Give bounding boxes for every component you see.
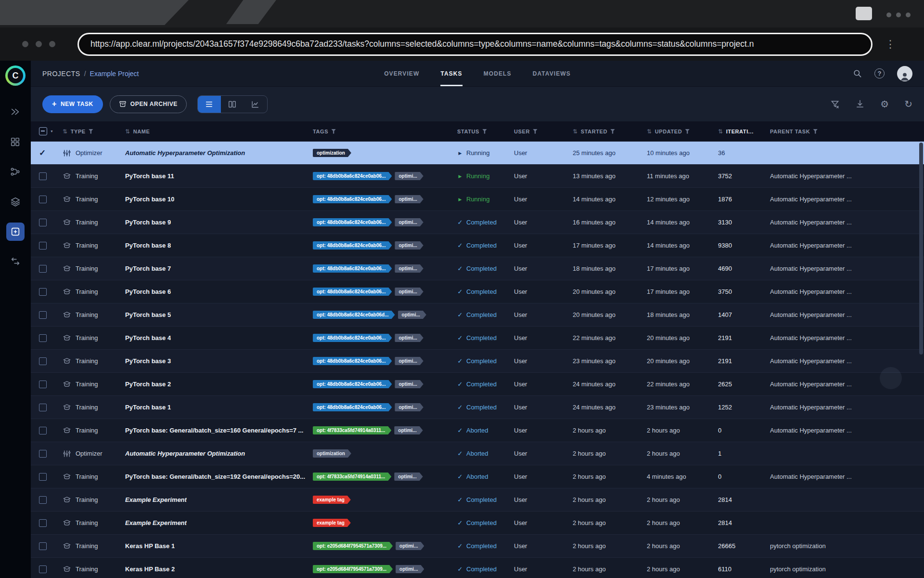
tab-models[interactable]: MODELS bbox=[484, 61, 512, 86]
sort-icon[interactable]: ⇅ bbox=[573, 128, 578, 135]
task-name[interactable]: Keras HP Base 1 bbox=[125, 542, 175, 550]
settings-gear-icon[interactable]: ⚙ bbox=[880, 99, 889, 109]
column-header-name[interactable]: ⇅ NAME bbox=[125, 128, 313, 135]
row-checkbox[interactable] bbox=[39, 519, 47, 527]
sort-icon[interactable]: ⇅ bbox=[647, 128, 652, 135]
filter-funnel-icon[interactable] bbox=[813, 129, 818, 134]
row-checkbox[interactable] bbox=[39, 542, 47, 550]
filter-funnel-icon[interactable] bbox=[331, 129, 336, 134]
breadcrumb-projects[interactable]: PROJECTS bbox=[42, 70, 80, 78]
sort-icon[interactable]: ⇅ bbox=[718, 128, 723, 135]
sidebar-item-datasets[interactable] bbox=[6, 133, 25, 151]
table-row[interactable]: ✓ Training PyTorch base 4 opt: 48db0b8a6… bbox=[31, 327, 924, 350]
task-name[interactable]: Automatic Hyperparameter Optimization bbox=[125, 149, 245, 157]
row-checkbox[interactable] bbox=[39, 565, 47, 573]
task-name[interactable]: Automatic Hyperparameter Optimization bbox=[125, 450, 245, 457]
task-name[interactable]: PyTorch base 7 bbox=[125, 265, 171, 272]
table-row[interactable]: ✓ Training PyTorch base 5 opt: 48db0b8a6… bbox=[31, 303, 924, 327]
task-name[interactable]: Example Experiment bbox=[125, 519, 187, 526]
task-name[interactable]: Example Experiment bbox=[125, 496, 187, 503]
table-view-button[interactable] bbox=[198, 96, 221, 113]
column-header-status[interactable]: STATUS bbox=[457, 129, 514, 134]
task-name[interactable]: PyTorch base 4 bbox=[125, 334, 171, 342]
table-row[interactable]: ✓ Training Keras HP Base 1 opt: e205d684… bbox=[31, 535, 924, 558]
task-name[interactable]: PyTorch base: General/batch_size=192 Gen… bbox=[125, 473, 305, 480]
task-name-cell[interactable]: Keras HP Base 1 bbox=[125, 542, 313, 550]
table-row[interactable]: ✓ Training PyTorch base 1 opt: 48db0b8a6… bbox=[31, 396, 924, 419]
column-header-iteration[interactable]: ⇅ ITERATI... bbox=[718, 128, 770, 135]
task-name[interactable]: PyTorch base 8 bbox=[125, 242, 171, 249]
filter-funnel-icon[interactable] bbox=[685, 129, 690, 134]
column-header-parent-task[interactable]: PARENT TASK bbox=[770, 129, 924, 134]
select-dropdown-caret-icon[interactable]: ▼ bbox=[50, 130, 54, 133]
column-header-type[interactable]: ⇅ TYPE bbox=[63, 128, 125, 135]
row-checkbox[interactable] bbox=[39, 450, 47, 458]
filter-funnel-icon[interactable] bbox=[610, 129, 615, 134]
column-header-user[interactable]: USER bbox=[514, 129, 573, 134]
row-checkbox[interactable] bbox=[39, 381, 47, 388]
row-checkbox[interactable] bbox=[39, 172, 47, 180]
auto-refresh-icon[interactable]: ↻ bbox=[904, 99, 912, 109]
url-bar[interactable]: https://app.clear.ml/projects/2043a1657f… bbox=[77, 33, 873, 56]
row-checkbox[interactable] bbox=[39, 196, 47, 203]
table-row[interactable]: ✓ Training PyTorch base: General/batch_s… bbox=[31, 465, 924, 488]
row-checkbox[interactable] bbox=[39, 404, 47, 411]
select-all-checkbox[interactable] bbox=[39, 127, 47, 135]
table-row[interactable]: ✓ Training PyTorch base 8 opt: 48db0b8a6… bbox=[31, 234, 924, 257]
task-name[interactable]: PyTorch base 11 bbox=[125, 172, 174, 180]
window-menu-dots-icon[interactable] bbox=[886, 13, 911, 17]
filter-funnel-icon[interactable] bbox=[533, 129, 538, 134]
compare-view-button[interactable] bbox=[244, 96, 267, 113]
row-checkbox[interactable] bbox=[39, 219, 47, 226]
row-checkbox[interactable] bbox=[39, 242, 47, 250]
tab-tasks[interactable]: TASKS bbox=[440, 61, 462, 86]
search-icon[interactable] bbox=[853, 69, 862, 78]
task-name-cell[interactable]: Automatic Hyperparameter Optimization bbox=[125, 450, 313, 457]
row-checkbox[interactable] bbox=[39, 473, 47, 481]
task-name-cell[interactable]: PyTorch base 2 bbox=[125, 381, 313, 388]
task-name[interactable]: Keras HP Base 2 bbox=[125, 565, 175, 573]
tab-dataviews[interactable]: DATAVIEWS bbox=[533, 61, 571, 86]
table-row[interactable]: ✓ Training PyTorch base 9 opt: 48db0b8a6… bbox=[31, 211, 924, 234]
breadcrumb-current-project[interactable]: Example Project bbox=[90, 70, 139, 78]
table-row[interactable]: ✓ Training PyTorch base 11 opt: 48db0b8a… bbox=[31, 165, 924, 188]
task-name-cell[interactable]: PyTorch base 1 bbox=[125, 404, 313, 411]
row-checkbox[interactable] bbox=[39, 265, 47, 273]
clear-filters-icon[interactable] bbox=[830, 99, 840, 109]
table-row[interactable]: ✓ Training PyTorch base: General/batch_s… bbox=[31, 419, 924, 442]
window-button[interactable] bbox=[856, 7, 872, 20]
task-name-cell[interactable]: PyTorch base 4 bbox=[125, 334, 313, 342]
task-name-cell[interactable]: PyTorch base 10 bbox=[125, 196, 313, 203]
task-name-cell[interactable]: PyTorch base: General/batch_size=160 Gen… bbox=[125, 427, 313, 434]
task-name[interactable]: PyTorch base 10 bbox=[125, 196, 174, 203]
table-row[interactable]: ✓ Training PyTorch base 3 opt: 48db0b8a6… bbox=[31, 350, 924, 373]
task-name-cell[interactable]: PyTorch base 7 bbox=[125, 265, 313, 272]
vertical-scrollbar[interactable] bbox=[918, 142, 923, 576]
task-name-cell[interactable]: PyTorch base 9 bbox=[125, 219, 313, 226]
task-name-cell[interactable]: PyTorch base 11 bbox=[125, 172, 313, 180]
task-name-cell[interactable]: Example Experiment bbox=[125, 496, 313, 503]
sidebar-item-pipelines[interactable] bbox=[6, 163, 25, 181]
table-row[interactable]: ✓ Optimizer Automatic Hyperparameter Opt… bbox=[31, 442, 924, 465]
sidebar-item-projects[interactable] bbox=[6, 103, 25, 121]
table-row[interactable]: ✓ Training PyTorch base 10 opt: 48db0b8a… bbox=[31, 188, 924, 211]
row-checkbox[interactable] bbox=[39, 311, 47, 319]
help-icon[interactable]: ? bbox=[874, 68, 885, 79]
task-name[interactable]: PyTorch base 3 bbox=[125, 357, 171, 365]
clearml-logo[interactable]: C bbox=[5, 66, 26, 86]
sort-icon[interactable]: ⇅ bbox=[125, 128, 130, 135]
table-row[interactable]: ✓ Training Example Experiment example ta… bbox=[31, 512, 924, 535]
filter-funnel-icon[interactable] bbox=[89, 129, 93, 134]
split-view-button[interactable] bbox=[221, 96, 244, 113]
filter-funnel-icon[interactable] bbox=[482, 129, 487, 134]
table-row[interactable]: ✓ Optimizer Automatic Hyperparameter Opt… bbox=[31, 142, 924, 165]
task-name[interactable]: PyTorch base: General/batch_size=160 Gen… bbox=[125, 427, 303, 434]
sidebar-item-reports[interactable] bbox=[6, 193, 25, 211]
browser-menu-icon[interactable]: ⋮ bbox=[885, 39, 896, 50]
task-name-cell[interactable]: PyTorch base 6 bbox=[125, 288, 313, 295]
sort-icon[interactable]: ⇅ bbox=[63, 128, 68, 135]
column-header-tags[interactable]: TAGS bbox=[313, 129, 457, 134]
table-row[interactable]: ✓ Training Keras HP Base 2 opt: e205d684… bbox=[31, 558, 924, 578]
table-row[interactable]: ✓ Training Example Experiment example ta… bbox=[31, 488, 924, 512]
row-checkbox[interactable] bbox=[39, 357, 47, 365]
